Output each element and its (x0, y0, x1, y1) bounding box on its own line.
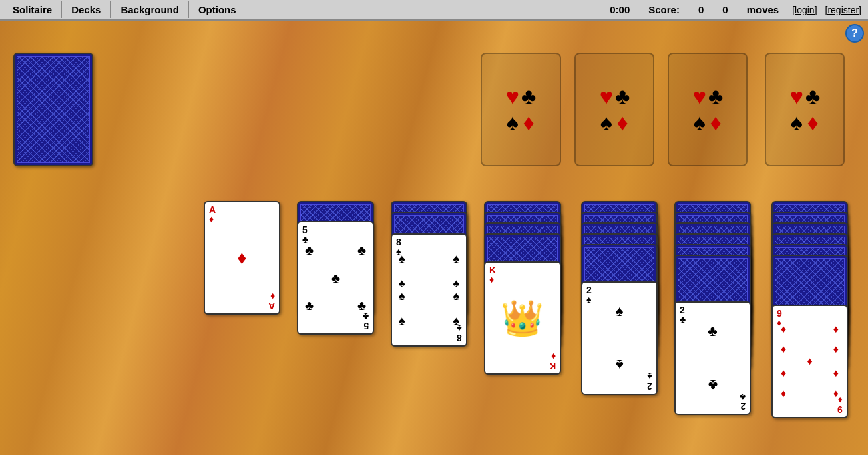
foundation-slot-1[interactable]: ♥ ♣ ♠ ♦ (481, 53, 561, 166)
nav-decks[interactable]: Decks (62, 1, 111, 18)
suit-spade-3: ♠ (692, 110, 707, 135)
foundation-slot-2[interactable]: ♥ ♣ ♠ ♦ (574, 53, 654, 166)
moves-label: moves (738, 4, 789, 15)
rank-br: 8♠ (457, 324, 462, 343)
suit-diamond-2: ♦ (615, 110, 630, 135)
card-9-diamonds[interactable]: 9♦ ♦ ♦ ♦ ♦ ♦ ♦ ♦ ♦ ♦ 9♦ (771, 305, 848, 418)
card-pip-center: ♦ (237, 249, 246, 267)
nav-background[interactable]: Background (111, 1, 189, 18)
navbar: Solitaire Decks Background Options 0:00 … (0, 0, 868, 21)
suit-heart-1: ♥ (505, 84, 520, 109)
timer: 0:00 (600, 4, 639, 15)
suit-diamond-4: ♦ (805, 110, 820, 135)
help-button[interactable]: ? (845, 24, 864, 43)
suit-heart-3: ♥ (692, 84, 707, 109)
suit-spade-2: ♠ (599, 110, 614, 135)
stock-pile[interactable] (13, 53, 93, 166)
game-area: ♥ ♣ ♠ ♦ ♥ ♣ ♠ ♦ ♥ ♣ ♠ ♦ ♥ ♣ ♠ ♦ (0, 21, 868, 455)
suit-heart-2: ♥ (599, 84, 614, 109)
suit-spade-1: ♠ (505, 110, 520, 135)
nav-solitaire[interactable]: Solitaire (3, 1, 62, 18)
suit-heart-4: ♥ (789, 84, 804, 109)
card-ace-diamonds[interactable]: A♦ ♦ A♦ (204, 201, 280, 315)
card-5-clubs[interactable]: 5♣ ♣ ♣ ♣ ♣ ♣ 5♣ (297, 221, 374, 335)
login-link[interactable]: [login] (788, 5, 821, 15)
suit-diamond-3: ♦ (708, 110, 723, 135)
tableau-col-1: A♦ ♦ A♦ (204, 201, 280, 315)
card-king-diamonds[interactable]: K♦ 👑 K♦ (484, 261, 561, 375)
rank-br: 2♣ (740, 392, 746, 411)
rank-br: 2♠ (647, 372, 652, 391)
suit-diamond-1: ♦ (521, 110, 536, 135)
suit-club-1: ♣ (521, 84, 536, 109)
moves-value: 0 (713, 4, 737, 15)
suit-club-2: ♣ (615, 84, 630, 109)
rank-br: 9♦ (837, 396, 843, 414)
suit-club-4: ♣ (805, 84, 820, 109)
foundation-slot-4[interactable]: ♥ ♣ ♠ ♦ (765, 53, 845, 166)
foundation-slot-3[interactable]: ♥ ♣ ♠ ♦ (668, 53, 748, 166)
card-8-spades[interactable]: 8♠ ♠ ♠ ♠ ♠ ♠ ♠ ♠ ♠ 8♠ (391, 233, 467, 347)
score-value: 0 (689, 4, 713, 15)
card-2-spades[interactable]: 2♠ ♠ ♠ 2♠ (581, 281, 658, 395)
rank-tl: A♦ (209, 205, 216, 224)
nav-options[interactable]: Options (189, 1, 246, 18)
rank-br: 5♣ (363, 312, 369, 331)
card-2-clubs[interactable]: 2♣ ♣ ♣ 2♣ (674, 301, 751, 415)
rank-br: A♦ (268, 292, 275, 311)
suit-spade-4: ♠ (789, 110, 804, 135)
rank-br: K♦ (549, 352, 556, 371)
suit-club-3: ♣ (708, 84, 723, 109)
score-label: Score: (639, 4, 689, 15)
register-link[interactable]: [register] (821, 5, 865, 15)
